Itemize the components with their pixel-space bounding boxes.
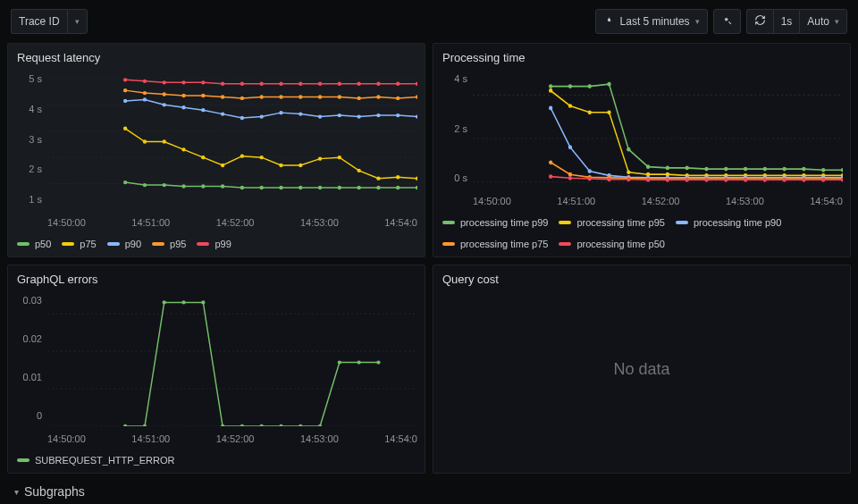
svg-point-124	[588, 169, 592, 173]
svg-point-181	[260, 424, 264, 426]
svg-point-74	[181, 80, 185, 84]
svg-point-176	[163, 300, 166, 304]
panel-query-cost[interactable]: Query cost No data	[433, 265, 851, 474]
svg-point-187	[376, 360, 380, 364]
svg-point-175	[143, 424, 147, 426]
svg-point-104	[821, 168, 825, 172]
legend-item[interactable]: p95	[152, 239, 186, 249]
refresh-icon	[754, 14, 766, 29]
chart-area: 5 s4 s3 s2 s1 s 14:50:0014:51:0014:52:00…	[8, 68, 425, 235]
svg-point-31	[279, 164, 282, 167]
svg-point-38	[416, 177, 417, 181]
svg-point-163	[724, 178, 728, 182]
refresh-interval[interactable]: 1s	[773, 9, 800, 34]
legend-item[interactable]: processing time p75	[442, 239, 548, 249]
svg-point-110	[627, 170, 630, 174]
chart-legend: SUBREQUEST_HTTP_ERROR	[8, 451, 425, 473]
svg-point-10	[181, 184, 185, 188]
panel-request-latency[interactable]: Request latency 5 s4 s3 s2 s1 s 14:50:00…	[7, 43, 425, 257]
panel-processing-time[interactable]: Processing time 4 s2 s0 s 14:50:0014:51:…	[433, 43, 851, 257]
svg-point-34	[338, 155, 341, 159]
chart-legend: p50p75p90p95p99	[8, 235, 425, 256]
svg-point-14	[260, 186, 264, 189]
svg-point-13	[240, 186, 244, 189]
svg-point-83	[357, 82, 360, 86]
chart-area: 0.030.020.010 14:50:0014:51:0014:52:0014…	[8, 290, 425, 451]
svg-point-44	[221, 112, 224, 115]
legend-item[interactable]: p75	[62, 239, 96, 249]
svg-point-159	[646, 178, 650, 182]
zoom-out-button[interactable]	[713, 9, 741, 34]
toolbar: Trace ID ▾ Last 5 minutes ▾ 1s Auto ▾	[0, 0, 858, 43]
legend-item[interactable]: p50	[17, 239, 51, 249]
legend-item[interactable]: processing time p90	[676, 217, 781, 228]
svg-point-29	[240, 155, 244, 158]
svg-point-25	[163, 139, 166, 143]
svg-point-106	[549, 88, 552, 93]
legend-item[interactable]: processing time p99	[442, 217, 548, 228]
svg-point-9	[163, 183, 166, 187]
refresh-auto[interactable]: Auto ▾	[799, 9, 847, 34]
svg-point-73	[163, 80, 166, 84]
svg-point-101	[763, 167, 767, 172]
svg-point-138	[549, 160, 552, 164]
svg-point-82	[338, 82, 341, 86]
section-title: Subgraphs	[24, 484, 85, 499]
legend-item[interactable]: p99	[197, 239, 231, 249]
time-range-label: Last 5 minutes	[620, 15, 690, 28]
section-subgraphs[interactable]: ▾ Subgraphs	[7, 481, 851, 502]
svg-point-15	[279, 186, 282, 189]
zoom-out-icon	[721, 14, 733, 29]
svg-point-178	[201, 300, 205, 304]
svg-point-186	[357, 360, 360, 364]
time-range-picker[interactable]: Last 5 minutes ▾	[595, 9, 708, 34]
svg-point-185	[338, 360, 341, 364]
svg-point-182	[279, 424, 282, 426]
svg-point-27	[201, 155, 205, 159]
svg-point-179	[221, 424, 224, 426]
svg-point-56	[143, 91, 147, 95]
svg-point-37	[396, 175, 400, 179]
legend-item[interactable]: processing time p95	[559, 217, 664, 228]
svg-point-72	[143, 80, 147, 83]
svg-point-39	[123, 99, 127, 103]
svg-point-49	[318, 114, 322, 118]
svg-point-40	[143, 97, 147, 101]
svg-point-50	[338, 113, 341, 117]
chevron-down-icon: ▾	[835, 17, 839, 26]
legend-item[interactable]: processing time p50	[559, 239, 664, 249]
panel-title: Processing time	[433, 44, 850, 68]
trace-id-label: Trace ID	[19, 15, 60, 28]
svg-point-45	[240, 116, 244, 120]
svg-point-81	[318, 82, 322, 86]
svg-point-16	[299, 186, 302, 189]
svg-point-20	[376, 186, 380, 189]
svg-point-76	[221, 82, 224, 86]
svg-point-162	[704, 178, 708, 182]
panel-graphql-errors[interactable]: GraphQL errors 0.030.020.010 14:50:0014:…	[7, 265, 425, 474]
svg-point-160	[666, 178, 669, 182]
svg-point-71	[123, 78, 127, 81]
svg-point-60	[221, 95, 224, 98]
svg-point-63	[279, 95, 282, 98]
chevron-down-icon: ▾	[14, 487, 19, 497]
svg-point-177	[181, 300, 185, 304]
svg-point-28	[221, 164, 224, 167]
svg-point-65	[318, 95, 322, 98]
svg-point-19	[357, 186, 360, 189]
svg-point-184	[318, 424, 322, 426]
svg-point-48	[299, 112, 302, 115]
refresh-button[interactable]	[746, 9, 773, 34]
legend-item[interactable]: p90	[107, 239, 141, 249]
svg-point-165	[763, 178, 767, 182]
trace-id-picker[interactable]: Trace ID ▾	[11, 9, 88, 34]
svg-point-123	[568, 145, 572, 149]
svg-point-33	[318, 156, 322, 160]
svg-point-58	[181, 94, 185, 97]
svg-point-75	[201, 80, 205, 84]
svg-point-156	[588, 177, 592, 181]
svg-point-109	[607, 110, 610, 114]
svg-point-166	[782, 178, 786, 182]
legend-item[interactable]: SUBREQUEST_HTTP_ERROR	[17, 455, 174, 466]
svg-point-98	[704, 167, 708, 172]
